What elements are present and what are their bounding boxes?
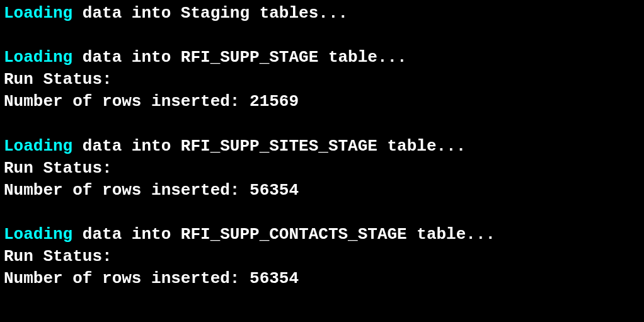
terminal-line-status: Run Status: (4, 246, 640, 268)
loading-keyword: Loading (4, 137, 72, 156)
blank-line (4, 113, 640, 135)
blank-line (4, 202, 640, 224)
terminal-line-status: Run Status: (4, 69, 640, 91)
loading-text: data into RFI_SUPP_SITES_STAGE table... (72, 137, 466, 156)
blank-line (4, 25, 640, 47)
loading-text: data into RFI_SUPP_STAGE table... (72, 48, 407, 67)
terminal-line-rows: Number of rows inserted: 21569 (4, 91, 640, 113)
terminal-line-rows: Number of rows inserted: 56354 (4, 180, 640, 202)
terminal-line-loading: Loading data into RFI_SUPP_SITES_STAGE t… (4, 135, 640, 158)
loading-text: data into RFI_SUPP_CONTACTS_STAGE table.… (72, 225, 495, 244)
loading-text: data into Staging tables... (72, 4, 348, 23)
loading-keyword: Loading (4, 4, 72, 23)
terminal-line-rows: Number of rows inserted: 56354 (4, 268, 640, 290)
terminal-line-loading: Loading data into RFI_SUPP_CONTACTS_STAG… (4, 224, 640, 246)
terminal-line-loading: Loading data into RFI_SUPP_STAGE table..… (4, 47, 640, 69)
terminal-line-status: Run Status: (4, 158, 640, 180)
terminal-line-header: Loading data into Staging tables... (4, 3, 640, 25)
loading-keyword: Loading (4, 225, 72, 244)
loading-keyword: Loading (4, 48, 72, 67)
